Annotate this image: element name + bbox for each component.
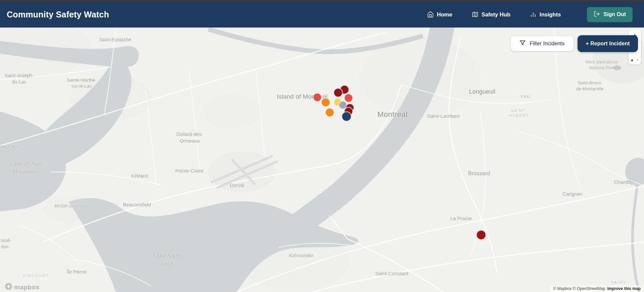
incident-marker[interactable] [325, 108, 334, 117]
incident-marker[interactable] [333, 88, 343, 97]
pitch-down-icon: ▼ [636, 58, 639, 62]
nav-safety-hub[interactable]: Safety Hub [472, 11, 510, 18]
app-title: Community Safety Watch [7, 10, 109, 19]
map-base-layer [0, 28, 644, 292]
nav-home[interactable]: Home [427, 11, 452, 18]
map-icon [472, 11, 478, 18]
report-incident-label: + Report Incident [586, 41, 630, 47]
attribution-text: © Mapbox © OpenStreetMap [553, 286, 605, 291]
sign-out-label: Sign Out [603, 11, 626, 17]
nav-home-label: Home [437, 11, 452, 18]
incident-marker[interactable] [313, 93, 322, 102]
main-nav: Home Safety Hub Insights Sign Out [427, 7, 633, 22]
map-attribution: © Mapbox © OpenStreetMap Improve this ma… [550, 285, 644, 292]
incident-marker[interactable] [476, 230, 486, 240]
pitch-control[interactable]: ▲ ▼ [629, 53, 641, 64]
logout-icon [594, 11, 600, 18]
filter-incidents-button[interactable]: Filter Incidents [511, 36, 573, 51]
incident-marker[interactable] [321, 98, 330, 107]
nav-safety-hub-label: Safety Hub [481, 11, 510, 18]
funnel-icon [519, 40, 526, 47]
incident-marker[interactable] [341, 111, 352, 121]
bar-chart-icon [530, 11, 537, 18]
mapbox-logo-icon [5, 283, 12, 292]
app-header: Community Safety Watch Home Safety Hub I… [0, 1, 644, 28]
pitch-up-icon: ▲ [630, 58, 634, 62]
nav-insights[interactable]: Insights [530, 11, 561, 18]
sign-out-button[interactable]: Sign Out [587, 7, 633, 22]
map-canvas[interactable]: Saint-EustacheSaint-Joseph- du-LacSainte… [0, 28, 644, 292]
mapbox-wordmark: mapbox [14, 284, 40, 291]
nav-insights-label: Insights [540, 11, 561, 18]
improve-map-link[interactable]: Improve this map [607, 286, 641, 291]
report-incident-button[interactable]: + Report Incident [578, 35, 638, 52]
home-icon [427, 11, 434, 18]
mapbox-logo[interactable]: mapbox [5, 283, 40, 292]
filter-incidents-label: Filter Incidents [530, 41, 564, 47]
